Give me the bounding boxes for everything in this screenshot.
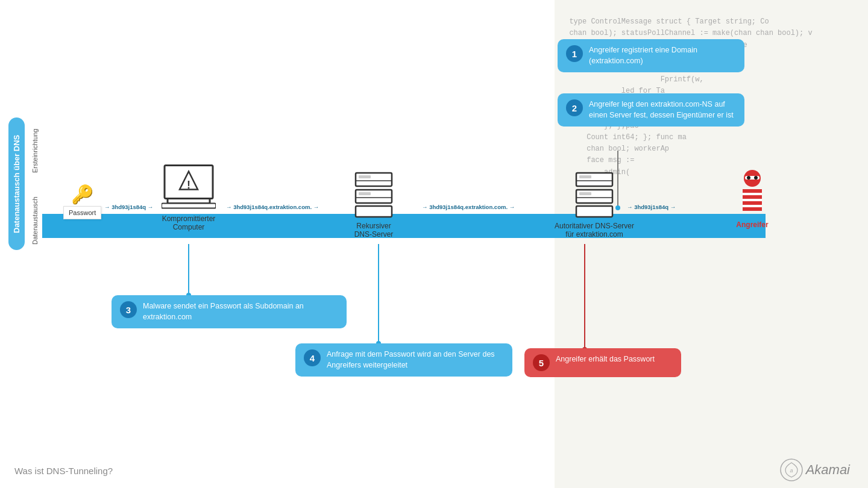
info-box-2: 2 Angreifer legt den extraktion.com-NS a…: [558, 93, 744, 127]
flow-bar: [42, 214, 766, 238]
attacker: Angreifer: [734, 169, 770, 229]
svg-rect-19: [356, 206, 392, 217]
arrow-label-3: → 3hd93j1s84q.extraktion.com. →: [422, 204, 515, 210]
info-box-5: 5 Angreifer erhält das Passwort: [524, 348, 681, 377]
step-text-1: Angreifer registriert eine Domain (extra…: [589, 45, 736, 66]
step-number-1: 1: [566, 45, 583, 62]
svg-rect-22: [579, 175, 591, 178]
svg-rect-34: [743, 207, 762, 211]
svg-rect-33: [743, 201, 762, 205]
authoritative-dns-server: Autoritativer DNS-Server für extraktion.…: [555, 170, 634, 239]
svg-rect-23: [576, 190, 612, 203]
svg-point-30: [754, 176, 758, 180]
svg-rect-16: [356, 190, 392, 203]
akamai-logo: a Akamai: [779, 458, 850, 482]
akamai-logo-icon: a: [779, 458, 804, 482]
step-text-5: Angreifer erhält das Passwort: [556, 354, 655, 365]
info-box-1: 1 Angreifer registriert eine Domain (ext…: [558, 39, 744, 72]
server-icon-recursive: [353, 170, 395, 218]
info-box-3: 3 Malware sendet ein Passwort als Subdom…: [112, 295, 347, 328]
svg-text:a: a: [790, 468, 793, 474]
attacker-icon: [734, 169, 770, 217]
svg-point-29: [747, 176, 750, 180]
svg-rect-32: [743, 195, 762, 199]
svg-rect-20: [576, 173, 612, 186]
page-title: Was ist DNS-Tunneling?: [14, 466, 113, 476]
password-label: Passwort: [63, 206, 101, 219]
svg-text:!: !: [187, 179, 190, 191]
svg-rect-18: [359, 192, 371, 195]
recursive-dns-server: Rekursiver DNS-Server: [353, 170, 395, 239]
step-text-4: Anfrage mit dem Passwort wird an den Ser…: [327, 349, 504, 371]
step-number-3: 3: [120, 301, 137, 318]
svg-rect-36: [743, 199, 762, 201]
svg-rect-15: [359, 175, 371, 178]
svg-rect-25: [579, 192, 591, 195]
server-icon-authoritative: [573, 170, 615, 218]
step-number-2: 2: [566, 99, 583, 116]
step-number-4: 4: [304, 349, 321, 366]
svg-rect-13: [356, 173, 392, 186]
recursive-dns-label: Rekursiver DNS-Server: [354, 222, 394, 239]
step-text-2: Angreifer legt den extraktion.com-NS auf…: [589, 99, 736, 120]
info-box-4: 4 Anfrage mit dem Passwort wird an den S…: [295, 343, 512, 377]
compromised-computer: ! Kompromittierter Computer: [162, 163, 216, 231]
step-text-3: Malware sendet ein Passwort als Subdomai…: [143, 301, 338, 322]
step-number-5: 5: [533, 354, 550, 371]
svg-rect-11: [168, 199, 210, 204]
attacker-label: Angreifer: [736, 221, 768, 229]
arrow-label-1: → 3hd93j1s84q →: [104, 204, 153, 210]
svg-rect-35: [743, 193, 762, 195]
password-item: 🔑 Passwort: [63, 184, 101, 219]
svg-rect-37: [743, 205, 762, 207]
akamai-brand-text: Akamai: [806, 462, 850, 478]
key-icon: 🔑: [71, 184, 93, 205]
code-background: type ControlMessage struct { Target stri…: [555, 0, 868, 488]
code-text: type ControlMessage struct { Target stri…: [555, 0, 868, 183]
exchange-label: Datenaustausch: [31, 184, 39, 257]
computer-label: Kompromittierter Computer: [162, 214, 216, 231]
laptop-icon: !: [162, 163, 216, 211]
main-vertical-label: Datenaustausch über DNS: [8, 117, 25, 250]
svg-rect-31: [743, 189, 762, 193]
arrow-label-4: → 3hd93j1s84q →: [627, 204, 676, 210]
setup-label: Ersteinrichtung: [31, 120, 39, 181]
arrow-label-2: → 3hd93j1s84q.extraktion.com. →: [226, 204, 319, 210]
svg-rect-26: [576, 206, 612, 217]
authoritative-dns-label: Autoritativer DNS-Server für extraktion.…: [555, 222, 634, 239]
svg-rect-12: [162, 204, 216, 208]
